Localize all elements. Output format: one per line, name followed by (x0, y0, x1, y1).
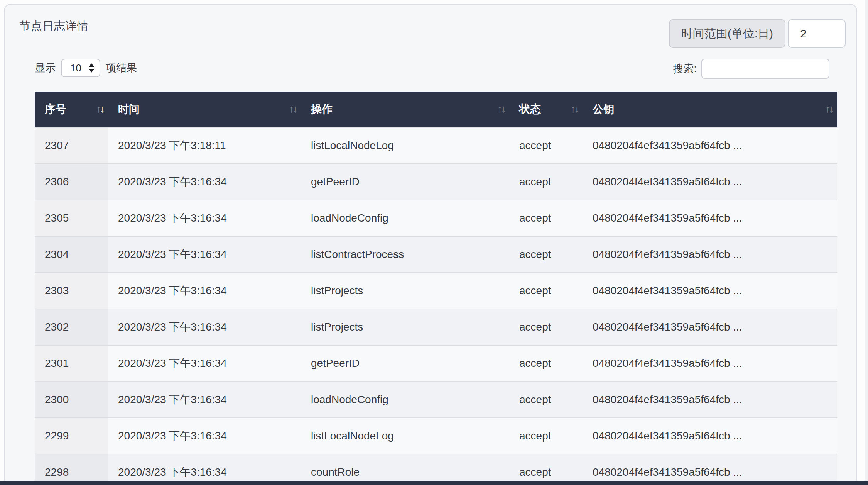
time-range-label: 时间范围(单位:日) (669, 19, 785, 48)
search-input[interactable] (701, 59, 829, 79)
cell-time: 2020/3/23 下午3:16:34 (108, 200, 301, 236)
column-label: 时间 (118, 103, 140, 115)
table-body: 23072020/3/23 下午3:18:11listLocalNodeLoga… (35, 127, 837, 485)
table-row: 23072020/3/23 下午3:18:11listLocalNodeLoga… (35, 127, 837, 164)
cell-status: accept (509, 236, 583, 273)
sort-desc-arrow-icon: ↓ (100, 103, 104, 115)
table-row: 22992020/3/23 下午3:16:34listLocalNodeLoga… (35, 418, 837, 454)
table-row: 23042020/3/23 下午3:16:34listContractProce… (35, 236, 837, 273)
cell-time: 2020/3/23 下午3:18:11 (108, 127, 301, 164)
column-header-seq[interactable]: 序号↑↓ (35, 92, 108, 127)
cell-status: accept (509, 164, 583, 200)
cell-seq: 2298 (35, 454, 108, 485)
sort-icon: ↑↓ (571, 103, 578, 115)
cell-op: loadNodeConfig (301, 200, 509, 236)
sort-asc-arrow-icon: ↑ (825, 103, 829, 115)
page-length-control: 显示 10 项结果 (35, 59, 137, 77)
stepper-up-icon (88, 63, 95, 67)
table-row: 22982020/3/23 下午3:16:34countRoleaccept04… (35, 454, 837, 485)
table-row: 23052020/3/23 下午3:16:34loadNodeConfigacc… (35, 200, 837, 236)
cell-status: accept (509, 200, 583, 236)
cell-seq: 2303 (35, 273, 108, 309)
sort-icon: ↑↓ (289, 103, 296, 115)
cell-time: 2020/3/23 下午3:16:34 (108, 418, 301, 454)
cell-status: accept (509, 345, 583, 382)
sort-desc-arrow-icon: ↓ (293, 103, 297, 115)
cell-seq: 2302 (35, 309, 108, 345)
cell-pubkey: 0480204f4ef341359a5f64fcb ... (583, 454, 837, 485)
cell-time: 2020/3/23 下午3:16:34 (108, 382, 301, 418)
table-row: 23062020/3/23 下午3:16:34getPeerIDaccept04… (35, 164, 837, 200)
cell-status: accept (509, 382, 583, 418)
cell-pubkey: 0480204f4ef341359a5f64fcb ... (583, 382, 837, 418)
cell-seq: 2306 (35, 164, 108, 200)
page-scrollbar[interactable] (865, 0, 868, 485)
bottom-bar (0, 481, 868, 485)
column-label: 操作 (311, 103, 333, 115)
search-control: 搜索: (673, 59, 829, 79)
sort-desc-arrow-icon: ↓ (574, 103, 578, 115)
cell-op: getPeerID (301, 164, 509, 200)
stepper-down-icon (88, 69, 95, 73)
sort-desc-arrow-icon: ↓ (501, 103, 505, 115)
sort-icon: ↑↓ (825, 103, 833, 115)
cell-op: loadNodeConfig (301, 382, 509, 418)
length-prefix-label: 显示 (35, 61, 56, 75)
sort-asc-arrow-icon: ↑ (96, 103, 100, 115)
column-label: 序号 (45, 103, 66, 115)
cell-pubkey: 0480204f4ef341359a5f64fcb ... (583, 418, 837, 454)
cell-time: 2020/3/23 下午3:16:34 (108, 345, 301, 382)
cell-pubkey: 0480204f4ef341359a5f64fcb ... (583, 164, 837, 200)
cell-status: accept (509, 418, 583, 454)
cell-pubkey: 0480204f4ef341359a5f64fcb ... (583, 127, 837, 164)
cell-seq: 2300 (35, 382, 108, 418)
page-length-select[interactable]: 10 (61, 59, 100, 77)
cell-op: countRole (301, 454, 509, 485)
cell-op: listLocalNodeLog (301, 418, 509, 454)
cell-seq: 2301 (35, 345, 108, 382)
sort-asc-arrow-icon: ↑ (289, 103, 293, 115)
cell-time: 2020/3/23 下午3:16:34 (108, 454, 301, 485)
cell-pubkey: 0480204f4ef341359a5f64fcb ... (583, 345, 837, 382)
column-label: 状态 (519, 103, 541, 115)
table-header-row: 序号↑↓时间↑↓操作↑↓状态↑↓公钥↑↓ (35, 92, 837, 127)
cell-seq: 2307 (35, 127, 108, 164)
length-suffix-label: 项结果 (106, 61, 137, 75)
cell-seq: 2299 (35, 418, 108, 454)
cell-op: listContractProcess (301, 236, 509, 273)
sort-icon: ↑↓ (96, 103, 103, 115)
node-log-table: 序号↑↓时间↑↓操作↑↓状态↑↓公钥↑↓ 23072020/3/23 下午3:1… (35, 92, 837, 485)
cell-pubkey: 0480204f4ef341359a5f64fcb ... (583, 200, 837, 236)
cell-pubkey: 0480204f4ef341359a5f64fcb ... (583, 236, 837, 273)
column-label: 公钥 (593, 103, 614, 115)
column-header-pubkey[interactable]: 公钥↑↓ (583, 92, 837, 127)
node-log-panel: 节点日志详情 时间范围(单位:日) 显示 10 项结果 搜索: 序号↑↓时间↑↓… (4, 4, 857, 485)
time-range-input[interactable] (788, 19, 846, 48)
cell-pubkey: 0480204f4ef341359a5f64fcb ... (583, 273, 837, 309)
cell-status: accept (509, 273, 583, 309)
sort-asc-arrow-icon: ↑ (571, 103, 574, 115)
sort-desc-arrow-icon: ↓ (829, 103, 833, 115)
time-range-group: 时间范围(单位:日) (669, 19, 846, 48)
table-row: 23012020/3/23 下午3:16:34getPeerIDaccept04… (35, 345, 837, 382)
cell-time: 2020/3/23 下午3:16:34 (108, 164, 301, 200)
sort-asc-arrow-icon: ↑ (497, 103, 501, 115)
cell-seq: 2305 (35, 200, 108, 236)
column-header-time[interactable]: 时间↑↓ (108, 92, 301, 127)
select-stepper-icon (88, 63, 95, 73)
cell-time: 2020/3/23 下午3:16:34 (108, 309, 301, 345)
cell-op: listProjects (301, 273, 509, 309)
column-header-op[interactable]: 操作↑↓ (301, 92, 509, 127)
column-header-status[interactable]: 状态↑↓ (509, 92, 583, 127)
cell-op: listLocalNodeLog (301, 127, 509, 164)
cell-status: accept (509, 454, 583, 485)
search-label: 搜索: (673, 62, 697, 76)
sort-icon: ↑↓ (497, 103, 505, 115)
cell-seq: 2304 (35, 236, 108, 273)
page-title: 节点日志详情 (19, 19, 89, 34)
cell-op: getPeerID (301, 345, 509, 382)
cell-time: 2020/3/23 下午3:16:34 (108, 273, 301, 309)
cell-op: listProjects (301, 309, 509, 345)
table-row: 23022020/3/23 下午3:16:34listProjectsaccep… (35, 309, 837, 345)
page-length-value: 10 (70, 62, 81, 74)
